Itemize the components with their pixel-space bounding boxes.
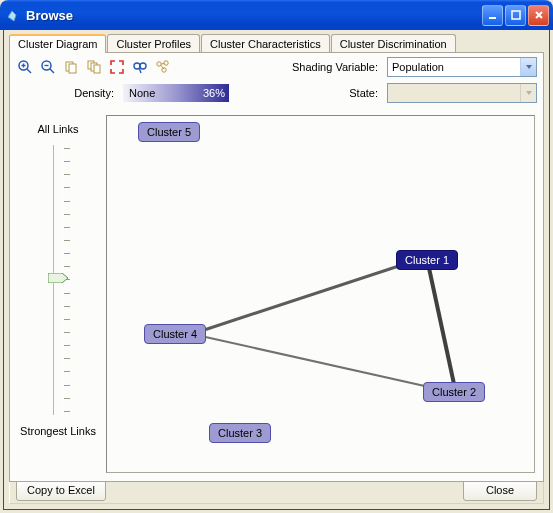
svg-point-12 bbox=[164, 61, 168, 65]
zoom-in-icon[interactable] bbox=[16, 58, 34, 76]
cluster-diagram-canvas[interactable]: Cluster 5 Cluster 1 Cluster 4 Cluster 2 … bbox=[106, 115, 535, 473]
cluster-node-4[interactable]: Cluster 4 bbox=[144, 324, 206, 344]
chevron-down-icon bbox=[520, 84, 536, 102]
copy-to-excel-button[interactable]: Copy to Excel bbox=[16, 479, 106, 501]
svg-rect-5 bbox=[69, 64, 76, 73]
density-value-name: None bbox=[129, 87, 155, 99]
tab-cluster-profiles[interactable]: Cluster Profiles bbox=[107, 34, 200, 53]
slider-label-top: All Links bbox=[38, 123, 79, 135]
svg-rect-0 bbox=[489, 17, 496, 19]
link-strength-panel: All Links Strongest Links bbox=[10, 109, 106, 481]
cluster-node-5[interactable]: Cluster 5 bbox=[138, 122, 200, 142]
svg-line-16 bbox=[429, 268, 454, 384]
tab-strip: Cluster Diagram Cluster Profiles Cluster… bbox=[9, 33, 549, 52]
svg-line-14 bbox=[192, 260, 417, 334]
minimize-button[interactable] bbox=[482, 5, 503, 26]
chevron-down-icon bbox=[520, 58, 536, 76]
window-title: Browse bbox=[26, 8, 482, 23]
density-bar: None 36% bbox=[123, 84, 229, 102]
cluster-node-3[interactable]: Cluster 3 bbox=[209, 423, 271, 443]
maximize-button[interactable] bbox=[505, 5, 526, 26]
find-node-icon[interactable] bbox=[131, 58, 149, 76]
close-button[interactable]: Close bbox=[463, 479, 537, 501]
svg-point-10 bbox=[140, 63, 146, 69]
body-area: All Links Strongest Links bbox=[10, 109, 543, 481]
copy-icon[interactable] bbox=[62, 58, 80, 76]
link-strength-slider[interactable] bbox=[53, 145, 63, 415]
app-icon bbox=[4, 7, 20, 23]
tab-cluster-discrimination[interactable]: Cluster Discrimination bbox=[331, 34, 456, 53]
zoom-out-icon[interactable] bbox=[39, 58, 57, 76]
svg-rect-1 bbox=[512, 11, 520, 19]
cluster-node-1[interactable]: Cluster 1 bbox=[396, 250, 458, 270]
toolbar: Shading Variable: Population bbox=[10, 53, 543, 81]
cluster-node-2[interactable]: Cluster 2 bbox=[423, 382, 485, 402]
svg-line-15 bbox=[192, 334, 447, 391]
close-window-button[interactable] bbox=[528, 5, 549, 26]
diagram-edges bbox=[107, 116, 534, 472]
tab-panel: Shading Variable: Population Density: No… bbox=[9, 52, 544, 482]
density-label: Density: bbox=[16, 87, 114, 99]
layout-icon[interactable] bbox=[154, 58, 172, 76]
copy-all-icon[interactable] bbox=[85, 58, 103, 76]
tab-cluster-diagram[interactable]: Cluster Diagram bbox=[9, 34, 106, 53]
state-label: State: bbox=[349, 87, 378, 99]
title-bar: Browse bbox=[0, 0, 553, 30]
window-buttons bbox=[482, 5, 549, 26]
slider-thumb[interactable] bbox=[48, 273, 68, 283]
toolbar-row-2: Density: None 36% State: bbox=[10, 81, 543, 109]
shading-variable-label: Shading Variable: bbox=[292, 61, 378, 73]
fit-to-window-icon[interactable] bbox=[108, 58, 126, 76]
client-area: Cluster Diagram Cluster Profiles Cluster… bbox=[3, 30, 550, 510]
tab-cluster-characteristics[interactable]: Cluster Characteristics bbox=[201, 34, 330, 53]
svg-rect-8 bbox=[94, 65, 100, 73]
slider-label-bottom: Strongest Links bbox=[20, 425, 96, 437]
shading-variable-select[interactable]: Population bbox=[387, 57, 537, 77]
svg-point-9 bbox=[134, 63, 140, 69]
shading-variable-value: Population bbox=[392, 61, 444, 73]
state-select bbox=[387, 83, 537, 103]
density-value-pct: 36% bbox=[203, 87, 225, 99]
